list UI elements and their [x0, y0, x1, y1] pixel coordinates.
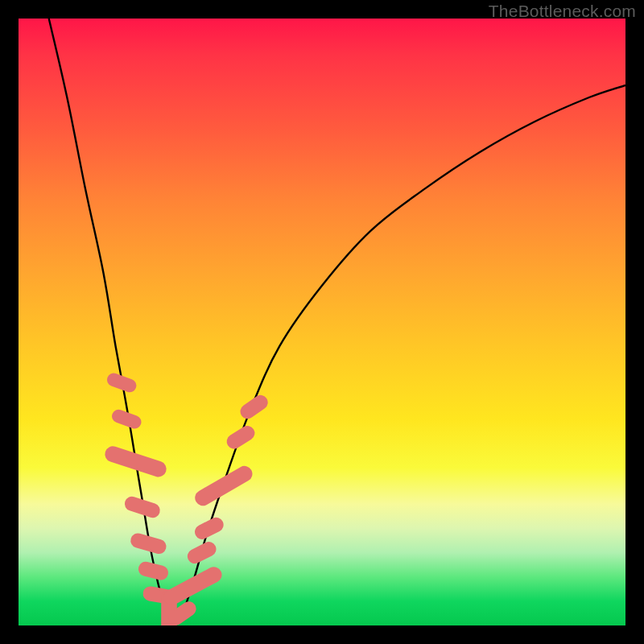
curve-marker [161, 564, 225, 608]
watermark-text: TheBottleneck.com [489, 2, 636, 21]
chart-overlay [19, 19, 625, 625]
bottleneck-curve [49, 19, 625, 620]
curve-marker [192, 515, 226, 542]
curve-marker [224, 423, 258, 452]
curve-marker [103, 444, 168, 479]
curve-marker [237, 392, 270, 421]
curve-marker [192, 463, 255, 509]
curve-marker [185, 539, 219, 566]
